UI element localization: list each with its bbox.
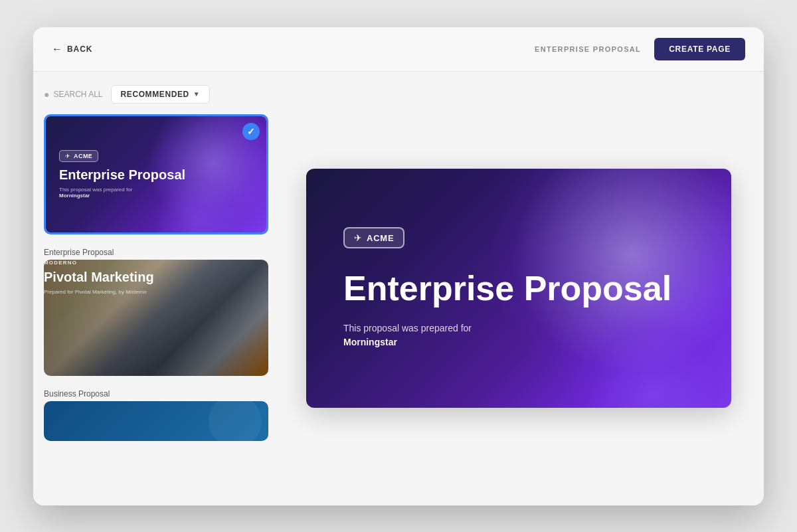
main-content: ● SEARCH ALL RECOMMENDED ▼ ✈ ACME Enterp… (33, 72, 764, 505)
create-page-button[interactable]: CREATE PAGE (654, 38, 745, 60)
filter-button[interactable]: RECOMMENDED ▼ (111, 85, 211, 104)
template-label-business: Business Proposal (44, 384, 268, 401)
filter-label: RECOMMENDED (121, 90, 189, 99)
card-enterprise-title: Enterprise Proposal (59, 167, 253, 183)
card-enterprise-subtitle: This proposal was prepared for Morningst… (59, 187, 253, 199)
search-icon: ● (44, 89, 49, 100)
header-right: ENTERPRISE PROPOSAL CREATE PAGE (535, 38, 745, 60)
sidebar: ● SEARCH ALL RECOMMENDED ▼ ✈ ACME Enterp… (33, 72, 279, 505)
search-bar: ● SEARCH ALL RECOMMENDED ▼ (44, 85, 268, 104)
breadcrumb: ENTERPRISE PROPOSAL (535, 45, 641, 53)
business-brand: MODERNO (44, 260, 268, 266)
preview-acme-text: ACME (367, 233, 394, 243)
chevron-down-icon: ▼ (193, 90, 201, 98)
template-card-business[interactable]: MODERNO Pivotal Marketing Prepared for P… (44, 260, 268, 376)
template-card-third[interactable] (44, 401, 268, 441)
card-preview-enterprise: ✈ ACME Enterprise Proposal This proposal… (46, 116, 266, 232)
search-input-wrap[interactable]: ● SEARCH ALL (44, 89, 103, 100)
preview-panel: ✈ ACME Enterprise Proposal This proposal… (279, 72, 764, 505)
selected-checkmark: ✓ (242, 123, 260, 140)
back-label: BACK (67, 44, 93, 54)
search-label: SEARCH ALL (53, 90, 102, 99)
template-label-enterprise: Enterprise Proposal (44, 242, 268, 260)
business-title: Pivotal Marketing (44, 270, 268, 285)
business-subtitle: Prepared for Pivotal Marketing, by Moder… (44, 289, 268, 295)
preview-slide: ✈ ACME Enterprise Proposal This proposal… (306, 169, 731, 408)
card-preview-third (44, 401, 268, 441)
card-acme-logo-text: ACME (74, 153, 92, 159)
template-card-enterprise[interactable]: ✈ ACME Enterprise Proposal This proposal… (44, 114, 268, 234)
back-arrow-icon: ← (52, 43, 63, 55)
card-preview-business: MODERNO Pivotal Marketing Prepared for P… (44, 260, 268, 376)
preview-content: ✈ ACME Enterprise Proposal This proposal… (343, 227, 694, 349)
preview-desc: This proposal was prepared for Morningst… (343, 321, 694, 349)
app-container: ← BACK ENTERPRISE PROPOSAL CREATE PAGE ●… (33, 27, 764, 505)
preview-acme-logo: ✈ ACME (343, 227, 404, 248)
preview-title: Enterprise Proposal (343, 270, 694, 308)
header: ← BACK ENTERPRISE PROPOSAL CREATE PAGE (33, 27, 764, 72)
back-button[interactable]: ← BACK (52, 43, 92, 55)
preview-acme-icon: ✈ (354, 232, 362, 243)
business-content: MODERNO Pivotal Marketing Prepared for P… (44, 260, 268, 295)
card-acme-logo: ✈ ACME (59, 150, 98, 162)
card-acme-icon: ✈ (65, 153, 70, 159)
